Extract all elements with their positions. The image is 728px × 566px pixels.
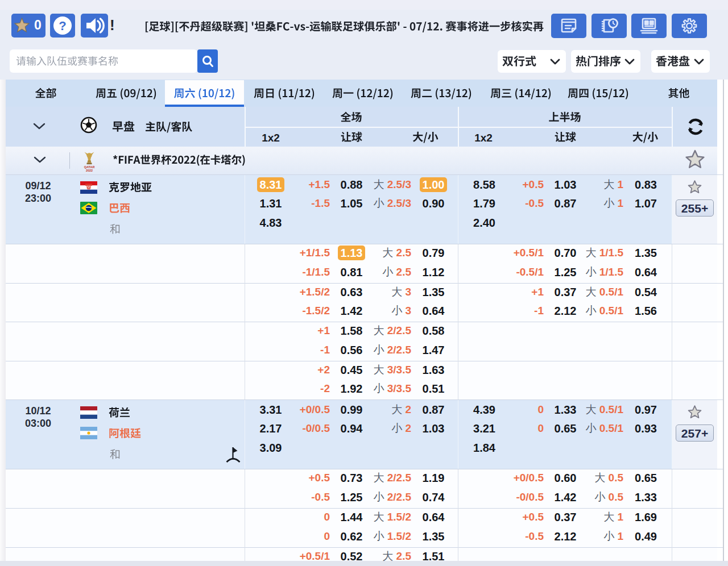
svg-text:2022: 2022 bbox=[86, 169, 93, 172]
svg-text:?: ? bbox=[59, 19, 66, 33]
